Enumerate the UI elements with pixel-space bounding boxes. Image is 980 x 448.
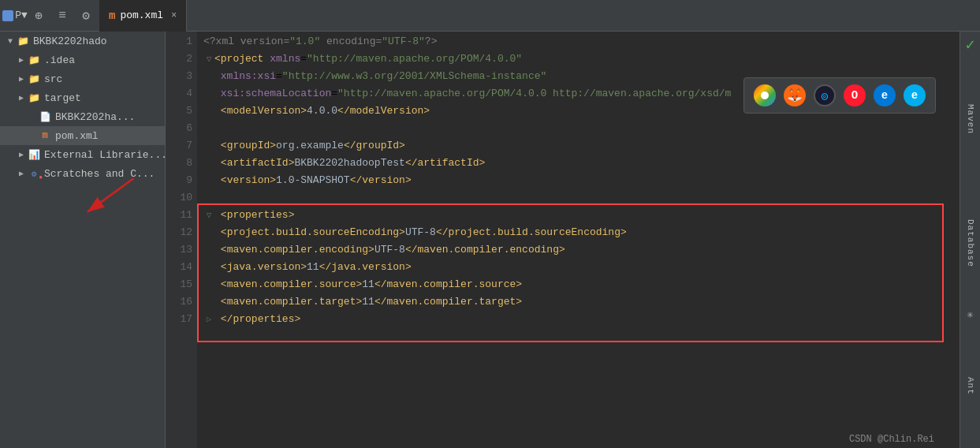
sidebar-item-idea[interactable]: ▶ 📁 .idea — [0, 50, 165, 69]
right-panel-ant[interactable]: Ant — [960, 324, 981, 448]
line-num-9: 9 — [166, 172, 192, 189]
target-arrow-icon: ▶ — [16, 92, 27, 103]
sidebar-item-scratches[interactable]: ▶ ⚙ ● Scratches and C... — [0, 164, 165, 183]
sidebar: ▼ 📁 BKBK2202hado ▶ 📁 .idea ▶ 📁 src ▶ 📁 t… — [0, 32, 166, 448]
libs-icon: 📊 — [27, 147, 41, 162]
tab-pom-xml[interactable]: m pom.xml × — [99, 0, 187, 32]
line-num-1: 1 — [166, 33, 192, 50]
code-line-12: <project.build.sourceEncoding>UTF-8</pro… — [203, 224, 960, 241]
code-line-10 — [203, 189, 960, 207]
right-panel-database[interactable]: Database — [960, 181, 981, 305]
line-num-10: 10 — [166, 189, 192, 207]
tab-close-button[interactable]: × — [171, 10, 177, 21]
line-num-8: 8 — [166, 155, 192, 172]
line-num-6: 6 — [166, 120, 192, 137]
bkbk-file-icon: 📄 — [38, 110, 52, 124]
app-icon[interactable]: P▼ — [6, 7, 24, 24]
root-folder-icon: 📁 — [16, 34, 30, 48]
right-panel: ✓ Maven Database ✳ Ant — [960, 32, 980, 448]
pom-spacer — [27, 130, 38, 141]
sidebar-src-label: src — [44, 73, 62, 85]
line-numbers: 1 2 3 4 5 6 7 8 9 10 11 12 13 14 15 16 1… — [166, 32, 197, 448]
editor-area: 1 2 3 4 5 6 7 8 9 10 11 12 13 14 15 16 1… — [166, 32, 960, 448]
sidebar-scratches-label: Scratches and C... — [44, 168, 155, 180]
editor-content: 1 2 3 4 5 6 7 8 9 10 11 12 13 14 15 16 1… — [166, 32, 960, 448]
chrome-icon[interactable] — [754, 84, 776, 106]
sidebar-libs-label: External Librarie... — [44, 149, 165, 161]
target-folder-icon: 📁 — [27, 91, 41, 105]
edge-icon[interactable]: e — [874, 84, 896, 106]
line-num-12: 12 — [166, 224, 192, 241]
libs-arrow-icon: ▶ — [16, 149, 27, 160]
sidebar-item-external-libs[interactable]: ▶ 📊 External Librarie... — [0, 145, 165, 164]
title-bar-left: P▼ ⊕ ≡ ⚙ — [6, 7, 95, 24]
check-mark: ✓ — [965, 32, 974, 58]
fold-icon-2[interactable]: ▽ — [203, 50, 214, 68]
code-line-13: <maven.compiler.encoding>UTF-8</maven.co… — [203, 241, 960, 259]
line-num-3: 3 — [166, 68, 192, 85]
nav-button-2[interactable]: ≡ — [54, 7, 71, 24]
line-num-7: 7 — [166, 137, 192, 155]
pom-file-icon: m — [38, 129, 52, 143]
line-num-14: 14 — [166, 259, 192, 276]
sidebar-target-label: target — [44, 92, 81, 104]
code-line-9: <version>1.0-SNAPSHOT</version> — [203, 172, 960, 189]
line-num-5: 5 — [166, 103, 192, 120]
nav-button-1[interactable]: ⊕ — [30, 7, 47, 24]
line-num-13: 13 — [166, 241, 192, 259]
sidebar-item-bkbk-file[interactable]: 📄 BKBK2202ha... — [0, 107, 165, 126]
svg-line-1 — [88, 178, 133, 212]
bkbk-file-spacer — [27, 111, 38, 122]
sidebar-item-pom-xml[interactable]: m pom.xml — [0, 126, 165, 145]
code-line-2: ▽<project xmlns="http://maven.apache.org… — [203, 50, 960, 68]
code-line-17: ▷ </properties> — [203, 311, 960, 328]
src-folder-icon: 📁 — [27, 72, 41, 86]
line-num-11: 11 — [166, 207, 192, 224]
fold-icon-17[interactable]: ▷ — [203, 311, 214, 328]
tab-label: pom.xml — [120, 9, 163, 21]
sidebar-bkbk-label: BKBK2202ha... — [55, 111, 135, 123]
line-num-16: 16 — [166, 293, 192, 311]
sidebar-item-src[interactable]: ▶ 📁 src — [0, 69, 165, 88]
sidebar-pom-label: pom.xml — [55, 130, 99, 142]
line-num-2: 2 — [166, 50, 192, 68]
root-arrow-icon: ▼ — [5, 35, 16, 47]
tab-bar: m pom.xml × — [99, 0, 974, 32]
fold-icon-11[interactable]: ▽ — [203, 207, 214, 224]
settings-button[interactable]: ⚙ — [77, 7, 95, 24]
code-line-16: <maven.compiler.target>11</maven.compile… — [203, 293, 960, 311]
safari-icon[interactable]: ◎ — [814, 84, 836, 106]
code-line-8: <artifactId>BKBK2202hadoopTest</artifact… — [203, 155, 960, 172]
sidebar-idea-label: .idea — [44, 54, 75, 66]
code-line-7: <groupId>org.example</groupId> — [203, 137, 960, 155]
scratches-icon: ⚙ ● — [27, 166, 41, 181]
sidebar-root[interactable]: ▼ 📁 BKBK2202hado — [0, 32, 165, 50]
code-line-14: <java.version>11</java.version> — [203, 259, 960, 276]
code-line-1: <?xml version="1.0" encoding="UTF-8"?> — [203, 33, 960, 50]
line-num-17: 17 — [166, 311, 192, 328]
right-panel-maven[interactable]: Maven — [960, 58, 981, 181]
watermark: CSDN @Chlin.Rei — [849, 434, 934, 445]
browser-popup: 🦊 ◎ O e e — [743, 77, 936, 114]
title-bar: P▼ ⊕ ≡ ⚙ m pom.xml × — [0, 0, 980, 32]
main-area: ▼ 📁 BKBK2202hado ▶ 📁 .idea ▶ 📁 src ▶ 📁 t… — [0, 32, 980, 448]
scratches-arrow-icon: ▶ — [16, 168, 27, 179]
ie-icon[interactable]: e — [904, 84, 926, 106]
idea-arrow-icon: ▶ — [16, 54, 27, 65]
opera-icon[interactable]: O — [844, 84, 866, 106]
line-num-15: 15 — [166, 276, 192, 293]
ant-icon: ✳ — [967, 304, 973, 324]
firefox-icon[interactable]: 🦊 — [784, 84, 806, 106]
idea-folder-icon: 📁 — [27, 53, 41, 67]
line-num-4: 4 — [166, 85, 192, 103]
sidebar-item-target[interactable]: ▶ 📁 target — [0, 88, 165, 107]
sidebar-root-label: BKBK2202hado — [33, 35, 107, 47]
code-line-6 — [203, 120, 960, 137]
src-arrow-icon: ▶ — [16, 73, 27, 84]
code-area[interactable]: <?xml version="1.0" encoding="UTF-8"?> ▽… — [197, 32, 960, 448]
tab-file-icon: m — [109, 9, 115, 22]
code-line-15: <maven.compiler.source>11</maven.compile… — [203, 276, 960, 293]
code-line-11: ▽ <properties> — [203, 207, 960, 224]
